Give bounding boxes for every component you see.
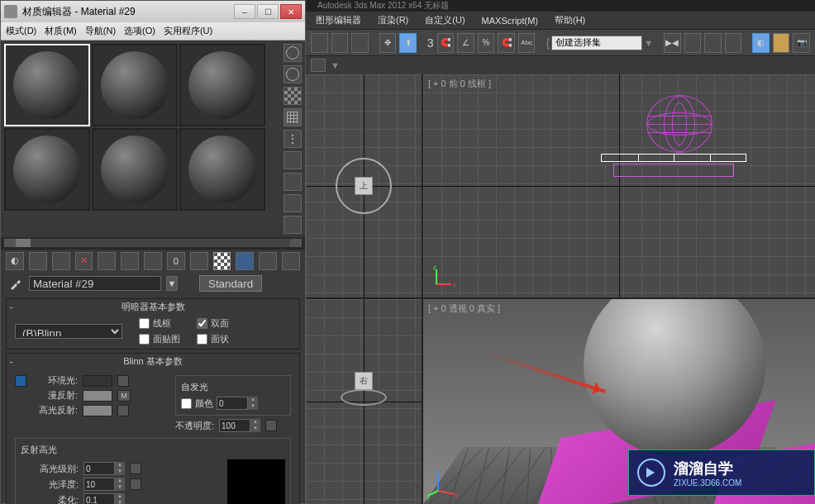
two-sided-checkbox[interactable]: 双面	[197, 317, 229, 330]
sample-slot-6[interactable]	[179, 128, 265, 211]
select-move-button[interactable]: ⬆	[399, 33, 417, 53]
soften-input[interactable]	[83, 493, 115, 504]
viewport-perspective[interactable]: [ + 0 透视 0 真实 ] xzy 溜溜自学 ZIXUE.3D66.COM	[423, 299, 815, 504]
sample-slot-2[interactable]	[92, 44, 178, 126]
viewport-label[interactable]: [ + 0 透视 0 真实 ]	[428, 302, 500, 315]
percent-snap-button[interactable]: %	[478, 33, 495, 53]
background-button[interactable]	[284, 87, 302, 105]
sphere-wireframe[interactable]	[646, 95, 713, 153]
self-illum-color-checkbox[interactable]: 颜色 ▲▼	[181, 397, 285, 410]
menu-utility[interactable]: 实用程序(U)	[164, 25, 212, 37]
rollout-header[interactable]: - Blinn 基本参数	[7, 354, 299, 368]
mirror-button[interactable]: ▶◀	[664, 33, 681, 53]
material-editor-titlebar[interactable]: 材质编辑器 - Material #29 – ☐ ✕	[1, 1, 305, 22]
scroll-thumb[interactable]	[16, 239, 31, 247]
unlink-button[interactable]	[331, 33, 349, 53]
minimize-button[interactable]: –	[234, 4, 255, 19]
close-button[interactable]: ✕	[280, 4, 302, 19]
facemap-checkbox[interactable]: 面贴图	[139, 333, 180, 345]
bind-spacewarp-button[interactable]	[351, 33, 369, 53]
menu-material[interactable]: 材质(M)	[45, 25, 77, 37]
diffuse-map-button[interactable]: M	[117, 390, 131, 402]
ambient-diffuse-lock[interactable]	[117, 375, 129, 387]
sub-tool-1[interactable]	[311, 59, 326, 72]
go-forward-button[interactable]	[282, 252, 300, 270]
material-map-navigator-button[interactable]	[284, 216, 302, 234]
make-preview-button[interactable]	[284, 151, 302, 169]
align-button[interactable]	[684, 33, 702, 53]
viewport-front[interactable]: [ + 0 前 0 线框 ] xz	[423, 74, 815, 297]
curve-editor-button[interactable]	[725, 33, 742, 53]
select-link-button[interactable]	[311, 33, 328, 53]
sample-slot-4[interactable]	[4, 128, 90, 211]
faceted-checkbox[interactable]: 面状	[197, 333, 229, 345]
make-copy-button[interactable]	[98, 252, 116, 270]
opacity-value[interactable]	[219, 419, 250, 432]
go-to-parent-button[interactable]	[259, 252, 277, 270]
viewport-top[interactable]: 上	[306, 74, 422, 297]
select-by-material-button[interactable]	[284, 194, 302, 212]
sample-slot-3[interactable]	[179, 44, 265, 126]
view-cube-face[interactable]: 右	[355, 372, 373, 390]
render-frame-button[interactable]: 📷	[793, 33, 810, 53]
menu-help[interactable]: 帮助(H)	[555, 14, 585, 26]
get-material-button[interactable]: ◐	[6, 252, 24, 270]
backlight-button[interactable]	[284, 65, 302, 83]
viewport-label[interactable]: [ + 0 前 0 线框 ]	[428, 78, 491, 90]
spinner-snap-button[interactable]: 🧲	[498, 33, 515, 53]
show-shaded-button[interactable]	[236, 252, 254, 270]
assign-to-selection-button[interactable]	[52, 252, 70, 270]
self-illum-value[interactable]	[217, 397, 248, 410]
named-selection-input[interactable]	[551, 36, 642, 50]
viewport-left[interactable]: 右	[306, 299, 422, 504]
maximize-button[interactable]: ☐	[257, 4, 279, 19]
select-object-button[interactable]: ✥	[379, 33, 397, 53]
show-map-in-viewport-button[interactable]	[213, 252, 231, 270]
show-end-result-button[interactable]	[190, 252, 208, 270]
sample-type-button[interactable]	[284, 44, 302, 62]
specular-color-swatch[interactable]	[83, 405, 112, 416]
options-button[interactable]	[284, 173, 302, 191]
menu-graph-editors[interactable]: 图形编辑器	[316, 14, 361, 26]
wire-checkbox[interactable]: 线框	[139, 317, 180, 330]
pick-material-button[interactable]	[7, 275, 24, 292]
render-setup-button[interactable]	[773, 33, 790, 53]
menu-render[interactable]: 渲染(R)	[378, 14, 408, 26]
menu-maxscript[interactable]: MAXScript(M)	[482, 16, 538, 26]
sample-uv-button[interactable]	[284, 108, 302, 126]
material-id-button[interactable]: 0	[167, 252, 185, 270]
menu-mode[interactable]: 模式(D)	[6, 25, 36, 37]
spinner-arrows[interactable]: ▲▼	[248, 397, 258, 410]
put-to-scene-button[interactable]	[29, 252, 47, 270]
shader-type-select[interactable]: (B)Blinn	[15, 324, 122, 339]
material-name-dropdown[interactable]: ▼	[166, 276, 178, 291]
layer-manager-button[interactable]	[704, 33, 722, 53]
menu-navigate[interactable]: 导航(N)	[85, 25, 116, 37]
sample-slot-5[interactable]	[92, 128, 178, 211]
opacity-map-button[interactable]	[265, 420, 277, 431]
sample-slot-1[interactable]	[4, 44, 90, 126]
rollout-header[interactable]: - 明暗器基本参数	[7, 299, 299, 314]
spinner-arrows[interactable]: ▲▼	[115, 493, 125, 504]
make-unique-button[interactable]	[121, 252, 139, 270]
material-name-input[interactable]	[29, 276, 161, 291]
menu-customize[interactable]: 自定义(U)	[425, 14, 465, 26]
view-cube-face[interactable]: 上	[355, 177, 373, 195]
put-to-library-button[interactable]	[144, 252, 162, 270]
snap-toggle-button[interactable]: 🧲	[437, 33, 455, 53]
scroll-left-button[interactable]	[4, 239, 16, 247]
video-check-button[interactable]	[284, 130, 302, 148]
diffuse-color-swatch[interactable]	[83, 390, 112, 402]
spinner-arrows[interactable]: ▲▼	[115, 478, 125, 491]
gloss-input[interactable]	[83, 478, 115, 491]
box-wireframe-selected[interactable]	[601, 154, 746, 162]
snap-options-button[interactable]: Abc	[518, 33, 536, 53]
box-wireframe[interactable]	[613, 164, 734, 177]
spinner-arrows[interactable]: ▲▼	[250, 419, 260, 432]
material-type-button[interactable]: Standard	[199, 275, 262, 292]
sample-scrollbar[interactable]	[1, 237, 305, 249]
scroll-right-button[interactable]	[290, 239, 302, 247]
spinner-arrows[interactable]: ▲▼	[115, 462, 125, 475]
angle-snap-button[interactable]: ∠	[457, 33, 474, 53]
menu-options[interactable]: 选项(O)	[124, 25, 155, 37]
